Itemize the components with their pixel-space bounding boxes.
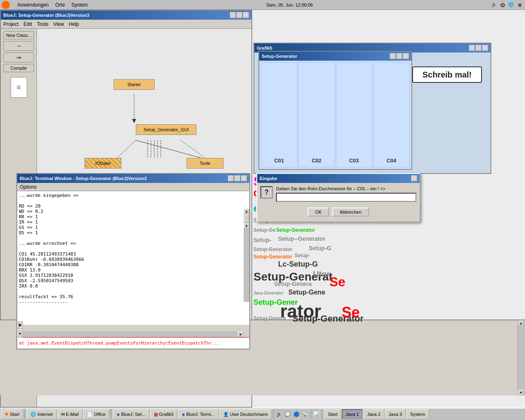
- start-button[interactable]: ❖ Start: [1, 409, 23, 419]
- texte-label: Texte: [200, 161, 210, 166]
- anwendungen-menu[interactable]: Anwendungen: [17, 2, 49, 8]
- terminal-task-button[interactable]: ◈ BlueJ: Termi...: [178, 409, 219, 419]
- java3-button[interactable]: Java 3: [385, 409, 406, 419]
- chart-icon: 📊: [313, 411, 320, 417]
- right-scroll-down[interactable]: ▼: [518, 390, 524, 395]
- start-icon: ❖: [5, 412, 9, 417]
- edit-menu[interactable]: Edit: [23, 21, 32, 27]
- setup-gen-minimize[interactable]: _: [390, 53, 396, 59]
- internet-button[interactable]: 🌐 Internet: [27, 409, 56, 419]
- terminal-line: WD => 0.2: [19, 209, 243, 214]
- terminal-maximize[interactable]: □: [235, 176, 240, 181]
- minimize-button[interactable]: _: [230, 12, 236, 18]
- system-menu[interactable]: System: [71, 2, 88, 8]
- color-text-34: Setup-Generat: [253, 270, 333, 283]
- grafik5-close[interactable]: ×: [482, 45, 488, 51]
- tools-menu[interactable]: Tools: [37, 21, 48, 27]
- office-button[interactable]: 📄 Office: [83, 409, 110, 419]
- power-icon[interactable]: ⏻: [500, 2, 505, 7]
- starter-label: Starter: [127, 82, 141, 87]
- volume-icon[interactable]: 🔊: [491, 2, 497, 7]
- grafik5-maximize[interactable]: □: [476, 45, 482, 51]
- eingabe-dialog: Eingabe × ? Geben Sie den Rohr-Durchmess…: [256, 173, 420, 222]
- java2-button[interactable]: Java 2: [363, 409, 384, 419]
- svg-line-3: [136, 140, 201, 158]
- color-text-35: Utor: [313, 269, 330, 279]
- top-taskbar-right: 🔊 ⏻ 🌐 🖥: [491, 2, 525, 7]
- compile-button[interactable]: Compile: [3, 64, 34, 72]
- terminal-options-bar: Options: [17, 183, 249, 191]
- project-menu[interactable]: Project: [3, 21, 18, 27]
- tray-icon-2[interactable]: 💬: [285, 411, 291, 417]
- terminal-line: RD => 20: [19, 203, 243, 209]
- terminal-line: [19, 198, 243, 203]
- terminal-line: IR => 1: [19, 219, 243, 225]
- setup-col-c01: C01: [261, 62, 297, 167]
- tray-icon-4[interactable]: 📡: [302, 411, 308, 417]
- new-class-button[interactable]: New Class...: [3, 31, 34, 39]
- maximize-button[interactable]: □: [237, 12, 242, 18]
- arrow-right2-button[interactable]: ⇒: [3, 52, 34, 62]
- setup-generator-window: Setup-Generator _ □ × C01 C02 C03 C04: [258, 51, 412, 170]
- help-menu[interactable]: Help: [69, 21, 79, 27]
- arrow-right-button[interactable]: →: [3, 41, 34, 51]
- network-icon[interactable]: 🌐: [508, 2, 514, 7]
- iodatei-class-box[interactable]: IODatei: [84, 158, 121, 169]
- terminal-window: BlueJ: Terminal Window - Setup-Generator…: [16, 173, 250, 349]
- run-button[interactable]: ▶: [17, 321, 23, 329]
- terminal-task-label: BlueJ: Termi...: [186, 412, 215, 417]
- starter-class-box[interactable]: Starter: [114, 79, 155, 90]
- color-text-32: Setup-: [294, 253, 310, 258]
- tray-icon-3[interactable]: 🔵: [293, 411, 299, 417]
- scroll-thumb[interactable]: [244, 215, 249, 223]
- setup-gen-maximize[interactable]: □: [397, 53, 402, 59]
- grafik5-task-button[interactable]: ▦ Grafik5: [150, 409, 177, 419]
- terminal-line: ------------------: [19, 299, 243, 305]
- terminal-scrollbar[interactable]: ▲ ▼: [244, 208, 249, 302]
- color-text-27: Setup-: [253, 237, 272, 243]
- scroll-up-arrow[interactable]: ▲: [244, 208, 249, 214]
- hscroll-right[interactable]: ►: [238, 331, 244, 337]
- right-scroll-up[interactable]: ▲: [518, 320, 524, 326]
- terminal-line: GS => 1: [19, 225, 243, 230]
- svg-marker-1: [132, 119, 136, 123]
- setup-gen-content: C01 C02 C03 C04: [259, 61, 411, 169]
- right-scrollbar[interactable]: ▲ ▼: [518, 320, 525, 395]
- tray-icon-1[interactable]: 🔊: [276, 411, 282, 417]
- grafik5-win-controls: _ □ ×: [469, 45, 488, 51]
- terminal-options-label: Options: [20, 184, 37, 190]
- email-button[interactable]: ✉ E-Mail: [57, 409, 82, 419]
- terminal-minimize[interactable]: _: [228, 176, 234, 181]
- record-button[interactable]: ●: [17, 329, 23, 338]
- eingabe-cancel-button[interactable]: Abbrechen: [332, 208, 369, 217]
- bluej-task-button[interactable]: ◈ BlueJ: Set...: [113, 409, 149, 419]
- color-text-37: Java-Generator: [253, 291, 283, 295]
- java1-button[interactable]: Java 1: [342, 409, 363, 419]
- taskbar-sep-5: [322, 410, 322, 419]
- eingabe-right: Geben Sie den Rohr-Durchmesser für – C01…: [276, 186, 416, 202]
- grafik5-minimize[interactable]: _: [469, 45, 475, 51]
- view-menu[interactable]: View: [53, 21, 64, 27]
- setup-gen-gui-class-box[interactable]: Setup_Generator_GUI: [136, 124, 196, 135]
- eingabe-close[interactable]: ×: [411, 176, 417, 181]
- eingabe-body: ? Geben Sie den Rohr-Durchmesser für – C…: [257, 183, 420, 205]
- schreib-mal-text: Schreib mal!: [422, 70, 472, 80]
- eingabe-input-field[interactable]: [276, 193, 416, 202]
- main-window: BlueJ: Setup-Generator (BlueJ)Version3 _…: [0, 10, 525, 408]
- eingabe-ok-button[interactable]: OK: [308, 208, 329, 217]
- eingabe-label: Geben Sie den Rohr-Durchmesser für – C01…: [276, 186, 416, 191]
- setup-gen-close[interactable]: ×: [403, 53, 409, 59]
- bluej-task-label: BlueJ: Set...: [121, 412, 145, 417]
- texte-class-box[interactable]: Texte: [187, 158, 224, 169]
- color-text-33: Lc-Setup-G: [278, 260, 318, 269]
- user-task-button[interactable]: 👤 Uwe Deutschmann: [219, 409, 272, 419]
- terminal-line: IRX 0.0: [19, 283, 243, 289]
- close-button[interactable]: ×: [243, 12, 249, 18]
- system-taskbar-button[interactable]: System: [406, 409, 429, 419]
- terminal-close[interactable]: ×: [241, 176, 247, 181]
- orte-menu[interactable]: Orte: [55, 2, 65, 8]
- start2-button[interactable]: Start: [324, 409, 341, 419]
- scroll-down-arrow[interactable]: ▼: [244, 223, 249, 229]
- setup-col-c04: C04: [373, 62, 410, 167]
- terminal-hscroll[interactable]: ◄ ►: [17, 331, 244, 337]
